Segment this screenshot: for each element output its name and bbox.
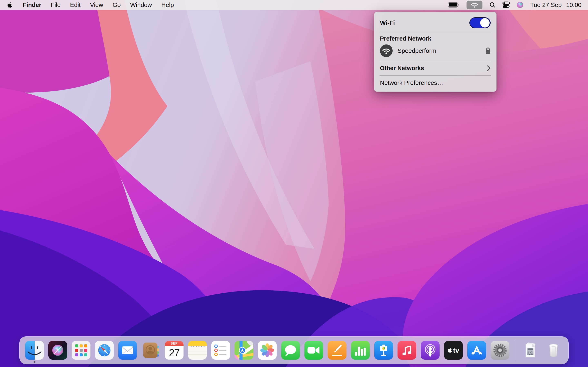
desktop: Finder File Edit View Go Window Help xyxy=(0,0,588,367)
keynote-icon xyxy=(374,341,393,360)
dock-item-notes[interactable] xyxy=(188,341,207,360)
dock-item-system-preferences[interactable] xyxy=(491,341,509,360)
dock-item-trash[interactable] xyxy=(544,341,563,360)
wifi-status[interactable] xyxy=(467,1,483,9)
chevron-right-icon xyxy=(487,65,491,71)
dock-item-app-store[interactable] xyxy=(467,341,486,360)
dock-item-calendar[interactable]: SEP 27 xyxy=(165,341,183,360)
other-networks-item[interactable]: Other Networks xyxy=(374,62,496,75)
contacts-icon xyxy=(141,341,160,360)
finder-icon xyxy=(25,341,44,360)
clock-date: Tue 27 Sep xyxy=(530,1,562,8)
wifi-toggle[interactable] xyxy=(469,17,491,28)
dock-item-tv[interactable]: tv xyxy=(444,341,463,360)
messages-icon xyxy=(281,341,300,360)
dock-item-safari[interactable] xyxy=(95,341,114,360)
network-preferences-label: Network Preferences… xyxy=(380,79,443,86)
spotlight-button[interactable] xyxy=(489,0,495,10)
control-center-icon xyxy=(502,1,510,8)
notes-icon xyxy=(188,341,207,360)
dock-item-numbers[interactable] xyxy=(351,341,370,360)
podcasts-icon xyxy=(421,341,440,360)
clock-time: 10:00 xyxy=(566,1,581,8)
battery-icon xyxy=(448,2,459,8)
music-icon xyxy=(398,341,416,360)
menu-bar: Finder File Edit View Go Window Help xyxy=(0,0,588,10)
wifi-toggle-knob xyxy=(480,18,490,27)
dock-item-finder[interactable] xyxy=(25,341,44,360)
dock-item-messages[interactable] xyxy=(281,341,300,360)
spotlight-icon xyxy=(489,2,495,8)
wifi-icon xyxy=(470,2,479,8)
dock-item-documents-stack[interactable] xyxy=(521,341,540,360)
other-networks-label: Other Networks xyxy=(380,65,424,72)
separator xyxy=(380,32,491,33)
preferred-network-header: Preferred Network xyxy=(374,33,496,42)
network-name: Speedperform xyxy=(398,47,436,54)
dock-item-launchpad[interactable] xyxy=(72,341,90,360)
apple-icon xyxy=(7,2,12,8)
app-store-icon xyxy=(467,341,486,360)
documents-stack-icon xyxy=(521,341,540,360)
dock-item-pages[interactable] xyxy=(328,341,346,360)
pages-icon xyxy=(328,341,346,360)
dock-item-keynote[interactable] xyxy=(374,341,393,360)
calendar-month-label: SEP xyxy=(165,341,183,346)
tv-label: tv xyxy=(453,347,459,354)
apple-menu[interactable] xyxy=(7,0,12,10)
siri-app-icon xyxy=(48,341,67,360)
dock-item-facetime[interactable] xyxy=(304,341,323,360)
wifi-menu-title: Wi-Fi xyxy=(380,19,395,26)
network-preferences-item[interactable]: Network Preferences… xyxy=(374,76,496,90)
wifi-circle-icon xyxy=(380,44,393,57)
lock-icon xyxy=(485,47,491,54)
numbers-icon xyxy=(351,341,370,360)
siri-button[interactable] xyxy=(517,0,523,10)
dock-item-mail[interactable] xyxy=(118,341,137,360)
separator xyxy=(380,75,491,76)
dock-item-maps[interactable] xyxy=(234,341,253,360)
control-center-button[interactable] xyxy=(502,0,510,10)
dock-separator xyxy=(515,340,515,361)
menu-item-edit[interactable]: Edit xyxy=(70,0,81,10)
network-row-speedperform[interactable]: Speedperform xyxy=(374,42,496,60)
separator xyxy=(380,61,491,61)
apple-icon xyxy=(448,348,452,353)
calendar-day-label: 27 xyxy=(165,346,183,360)
wallpaper-image xyxy=(0,0,588,367)
dock: SEP 27 xyxy=(19,336,569,364)
safari-icon xyxy=(95,341,114,360)
menu-bar-clock[interactable]: Tue 27 Sep 10:00 xyxy=(530,1,581,8)
wifi-menu-panel: Wi-Fi Preferred Network Speedperform xyxy=(374,12,497,92)
dock-item-siri[interactable] xyxy=(48,341,67,360)
dock-item-music[interactable] xyxy=(398,341,416,360)
dock-item-photos[interactable] xyxy=(258,341,277,360)
siri-icon xyxy=(517,2,523,8)
menu-item-view[interactable]: View xyxy=(90,0,103,10)
trash-icon xyxy=(544,341,563,360)
mail-icon xyxy=(118,341,137,360)
facetime-icon xyxy=(304,341,323,360)
menu-item-finder[interactable]: Finder xyxy=(23,0,42,10)
launchpad-icon xyxy=(72,341,90,360)
reminders-icon xyxy=(211,341,230,360)
dock-item-podcasts[interactable] xyxy=(421,341,440,360)
dock-item-contacts[interactable] xyxy=(141,341,160,360)
menu-item-go[interactable]: Go xyxy=(112,0,121,10)
battery-status[interactable] xyxy=(448,0,459,10)
system-preferences-icon xyxy=(491,341,509,360)
maps-icon xyxy=(234,341,253,360)
menu-item-file[interactable]: File xyxy=(51,0,61,10)
menu-item-help[interactable]: Help xyxy=(161,0,174,10)
dock-item-reminders[interactable] xyxy=(211,341,230,360)
menu-item-window[interactable]: Window xyxy=(130,0,152,10)
running-indicator xyxy=(34,361,35,363)
photos-icon xyxy=(258,341,277,360)
